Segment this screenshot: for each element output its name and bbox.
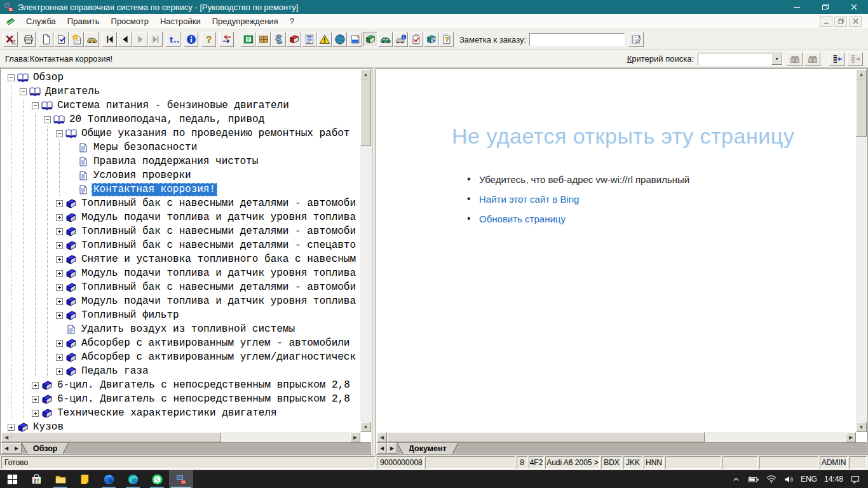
mdi-close-button[interactable] — [849, 17, 862, 27]
vehicle-data-button[interactable] — [378, 32, 393, 47]
expand-plus-icon[interactable] — [32, 382, 39, 389]
expand-plus-icon[interactable] — [56, 284, 63, 291]
globe-button[interactable] — [332, 32, 347, 47]
order-note-button[interactable] — [628, 32, 644, 47]
restore-button[interactable] — [811, 0, 839, 14]
tree-item[interactable]: Кузов — [5, 420, 360, 432]
mdi-minimize-button[interactable] — [820, 17, 832, 27]
error-link[interactable]: Обновить страницу — [467, 214, 856, 224]
elsa-taskbar-button[interactable] — [169, 470, 193, 488]
expand-plus-icon[interactable] — [32, 396, 39, 403]
tree-item[interactable]: Модуль подачи топлива и датчик уровня то… — [5, 294, 360, 308]
expand-plus-icon[interactable] — [56, 298, 63, 305]
expand-minus-icon[interactable] — [20, 88, 27, 95]
scrollbar-thumb[interactable] — [856, 79, 867, 137]
error-link[interactable]: Найти этот сайт в Bing — [467, 194, 856, 205]
tree-item[interactable]: Система питания - бензиновые двигатели — [5, 98, 360, 112]
tab-overview[interactable]: Обзор — [28, 443, 62, 454]
tab-scroll-right-icon[interactable]: ▶ — [387, 443, 397, 454]
tree-item[interactable]: 6-цил. Двигатель с непосредственным впры… — [5, 378, 360, 392]
scroll-left-icon[interactable]: ◀ — [1, 432, 11, 442]
clock[interactable]: 14:48 — [824, 475, 843, 484]
expand-plus-icon[interactable] — [32, 410, 39, 417]
repair-manual-button[interactable] — [363, 32, 377, 47]
add-to-list-button[interactable] — [829, 52, 845, 66]
document-vertical-scrollbar[interactable]: ▲ ▼ — [856, 69, 867, 432]
explorer-taskbar-button[interactable] — [48, 470, 72, 488]
expand-plus-icon[interactable] — [56, 340, 63, 347]
chevron-down-icon[interactable]: ▼ — [771, 53, 782, 65]
expand-plus-icon[interactable] — [56, 214, 63, 221]
help-button[interactable]: ? — [201, 32, 216, 47]
scroll-down-icon[interactable]: ▼ — [856, 422, 867, 432]
nav-back-button[interactable] — [118, 32, 132, 47]
expand-minus-icon[interactable] — [8, 74, 15, 81]
edit-document-button[interactable] — [54, 32, 69, 47]
expand-plus-icon[interactable] — [56, 312, 63, 319]
whatsapp-taskbar-button[interactable] — [145, 470, 169, 488]
scroll-left-icon[interactable]: ◀ — [377, 432, 387, 442]
scroll-up-icon[interactable]: ▲ — [360, 69, 371, 79]
edge-taskbar-button[interactable] — [121, 470, 145, 488]
tree-item[interactable]: Условия проверки — [5, 168, 360, 182]
tree-item[interactable]: Топливный фильтр — [5, 308, 360, 322]
checklist-button[interactable] — [409, 32, 423, 47]
new-note-button[interactable] — [69, 32, 84, 47]
nav-forward-button[interactable] — [133, 32, 147, 47]
document-system-icon[interactable] — [5, 17, 15, 27]
red-book-button[interactable] — [287, 32, 301, 47]
expand-plus-icon[interactable] — [56, 368, 63, 375]
tree-item[interactable]: Снятие и установка топливного бака с нав… — [5, 252, 360, 266]
send-from-list-button[interactable] — [847, 52, 863, 66]
language-indicator[interactable]: ENG — [801, 475, 817, 484]
tree-item[interactable]: Абсорбер с активированным углем/диагност… — [5, 350, 360, 364]
tree-item[interactable]: Правила поддержания чистоты — [5, 154, 360, 168]
menu-item[interactable]: ? — [284, 15, 300, 28]
vehicle-info-button[interactable] — [393, 32, 408, 47]
tree-item[interactable]: Топливный бак с навесными деталями - авт… — [5, 196, 360, 210]
nav-first-button[interactable] — [102, 32, 117, 47]
document-horizontal-scrollbar[interactable]: ◀ ▶ — [377, 432, 856, 442]
expand-plus-icon[interactable] — [56, 354, 63, 361]
expand-minus-icon[interactable] — [32, 102, 39, 109]
print-button[interactable] — [21, 32, 36, 47]
expand-plus-icon[interactable] — [56, 270, 63, 277]
tree-item[interactable]: Удалить воздух из топливной системы — [5, 322, 360, 336]
warnings-button[interactable] — [317, 32, 332, 47]
document-list-button[interactable] — [302, 32, 316, 47]
tree-item[interactable]: Топливный бак с навесными деталями - спе… — [5, 238, 360, 252]
t-command-button[interactable]: t.. — [166, 32, 180, 47]
info-button[interactable] — [184, 32, 198, 47]
action-center-icon[interactable] — [850, 475, 860, 484]
store-taskbar-button[interactable] — [24, 470, 48, 488]
menu-item[interactable]: Служба — [20, 15, 62, 28]
package-button[interactable] — [256, 32, 271, 47]
tree-item[interactable]: Топливный бак с навесными деталями - авт… — [5, 280, 360, 294]
browser-taskbar-button[interactable] — [97, 470, 121, 488]
expand-plus-icon[interactable] — [56, 256, 63, 263]
parts-catalog-button[interactable] — [241, 32, 255, 47]
mdi-restore-button[interactable] — [834, 17, 847, 27]
tray-chevron-up-icon[interactable] — [732, 475, 740, 484]
tab-scroll-left-icon[interactable]: ◀ — [377, 443, 387, 454]
new-document-button[interactable] — [39, 32, 53, 47]
scroll-right-icon[interactable]: ▶ — [350, 432, 360, 442]
nav-last-button[interactable] — [148, 32, 163, 47]
scrollbar-thumb[interactable] — [11, 432, 221, 442]
notes-taskbar-button[interactable] — [72, 470, 97, 488]
tree-item[interactable]: Общие указания по проведению ремонтных р… — [5, 126, 360, 140]
scroll-up-icon[interactable]: ▲ — [856, 69, 867, 79]
document-help-button[interactable]: ? — [439, 32, 454, 47]
tree-item[interactable]: Педаль газа — [5, 364, 360, 378]
tree-item[interactable]: Обзор — [5, 71, 360, 85]
tree-item[interactable]: Топливный бак с навесными деталями - авт… — [5, 224, 360, 238]
tree-horizontal-scrollbar[interactable]: ◀ ▶ — [1, 432, 360, 442]
tab-scroll-right-icon[interactable]: ▶ — [11, 443, 22, 454]
expand-minus-icon[interactable] — [44, 116, 51, 123]
exit-button[interactable] — [3, 32, 18, 47]
search-previous-button[interactable] — [787, 52, 803, 66]
volume-icon[interactable] — [783, 475, 794, 484]
scroll-down-icon[interactable]: ▼ — [360, 422, 371, 432]
tree-item[interactable]: Абсорбер с активированным углем - автомо… — [5, 336, 360, 350]
tree-vertical-scrollbar[interactable]: ▲ ▼ — [360, 69, 371, 432]
